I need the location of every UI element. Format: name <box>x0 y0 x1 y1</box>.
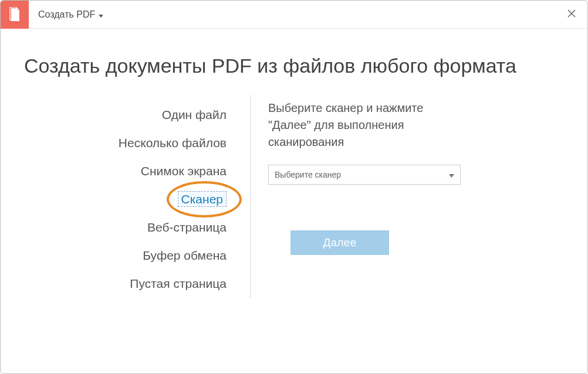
dropdown-caret-icon <box>99 9 103 20</box>
page-title: Создать документы PDF из файлов любого ф… <box>1 29 587 95</box>
close-button[interactable] <box>566 8 577 21</box>
scanner-panel: Выберите сканер и нажмите "Далее" для вы… <box>268 95 587 298</box>
close-icon <box>566 8 577 19</box>
scanner-instructions: Выберите сканер и нажмите "Далее" для вы… <box>268 100 456 151</box>
source-item-clipboard[interactable]: Буфер обмена <box>1 242 227 270</box>
vertical-divider <box>250 95 251 298</box>
source-item-blank-page[interactable]: Пустая страница <box>1 270 227 298</box>
create-pdf-icon <box>8 7 22 22</box>
create-pdf-label: Создать PDF <box>38 9 95 20</box>
source-item-webpage[interactable]: Веб-страница <box>1 213 227 242</box>
chevron-down-icon <box>449 170 454 179</box>
two-column-layout: Один файл Несколько файлов Снимок экрана… <box>1 95 587 333</box>
scanner-select-placeholder: Выберите сканер <box>275 170 341 179</box>
app-logo <box>1 1 29 29</box>
source-list: Один файл Несколько файлов Снимок экрана… <box>1 101 232 298</box>
source-item-single-file[interactable]: Один файл <box>1 101 227 129</box>
create-pdf-dropdown[interactable]: Создать PDF <box>29 1 113 28</box>
source-menu: Один файл Несколько файлов Снимок экрана… <box>1 95 232 298</box>
content-area: Создать документы PDF из файлов любого ф… <box>1 29 587 373</box>
source-item-multiple-files[interactable]: Несколько файлов <box>1 129 227 157</box>
window: Создать PDF Создать документы PDF из фай… <box>0 0 588 374</box>
scanner-select[interactable]: Выберите сканер <box>268 165 461 185</box>
next-button-label: Далее <box>323 236 356 249</box>
source-item-scanner[interactable]: Сканер <box>1 185 227 213</box>
titlebar: Создать PDF <box>1 1 587 29</box>
next-button[interactable]: Далее <box>290 230 389 255</box>
source-item-screenshot[interactable]: Снимок экрана <box>1 157 227 185</box>
